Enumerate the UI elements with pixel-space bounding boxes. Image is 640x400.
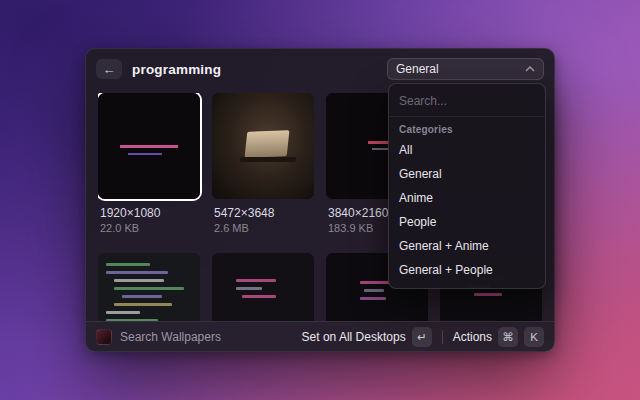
wallpaper-cell: 5472×3648 2.6 MB (212, 93, 314, 235)
wallpaper-labels: 5472×3648 2.6 MB (212, 206, 314, 235)
wallpaper-dimensions: 1920×1080 (100, 206, 200, 221)
wallpaper-thumbnail[interactable] (212, 93, 314, 199)
wallpaper-cell (212, 253, 314, 321)
primary-action-label[interactable]: Set on All Desktops (302, 330, 406, 344)
footer-divider (442, 330, 443, 344)
dropdown-option-general-anime[interactable]: General + Anime (389, 234, 545, 258)
dropdown-option-general[interactable]: General (389, 162, 545, 186)
category-dropdown-value: General (396, 62, 439, 76)
wallpaper-thumbnail[interactable] (98, 93, 200, 199)
thumbnail-art (98, 253, 200, 321)
wallpaper-extension-icon (96, 329, 112, 345)
dropdown-option-all[interactable]: All (389, 138, 545, 162)
back-arrow-icon: ← (103, 62, 116, 77)
thumbnail-art (98, 93, 200, 199)
wallpaper-labels: 1920×1080 22.0 KB (98, 206, 200, 235)
wallpaper-filesize: 2.6 MB (214, 221, 314, 235)
dropdown-option-anime[interactable]: Anime (389, 186, 545, 210)
category-dropdown-panel: Categories All General Anime People Gene… (388, 83, 546, 289)
wallpaper-dimensions: 5472×3648 (214, 206, 314, 221)
wallpaper-thumbnail[interactable] (98, 253, 200, 321)
thumbnail-art (212, 253, 314, 321)
dropdown-search-input[interactable] (399, 94, 535, 108)
dropdown-option-general-people[interactable]: General + People (389, 258, 545, 282)
actions-menu-label[interactable]: Actions (453, 330, 492, 344)
back-button[interactable]: ← (96, 59, 122, 79)
wallpaper-cell: 1920×1080 22.0 KB (98, 93, 200, 235)
app-window: ← programming General 1920×1080 22.0 KB (85, 48, 555, 352)
wallpaper-cell (98, 253, 200, 321)
k-key-icon: K (524, 327, 544, 347)
dropdown-option-people[interactable]: People (389, 210, 545, 234)
thumbnail-art (212, 93, 314, 199)
command-name: Search Wallpapers (120, 330, 221, 344)
chevron-up-icon (525, 66, 535, 72)
footer-bar: Search Wallpapers Set on All Desktops ↵ … (86, 321, 554, 351)
dropdown-section-label: Categories (389, 117, 545, 138)
dropdown-search-row (389, 84, 545, 117)
wallpaper-thumbnail[interactable] (212, 253, 314, 321)
category-dropdown[interactable]: General (387, 58, 544, 80)
return-key-icon: ↵ (412, 327, 432, 347)
footer-actions: Set on All Desktops ↵ Actions ⌘ K (302, 327, 544, 347)
command-key-icon: ⌘ (498, 327, 518, 347)
page-title: programming (132, 62, 221, 77)
wallpaper-filesize: 22.0 KB (100, 221, 200, 235)
desktop-background: { "window": { "title": "programming" }, … (0, 0, 640, 400)
